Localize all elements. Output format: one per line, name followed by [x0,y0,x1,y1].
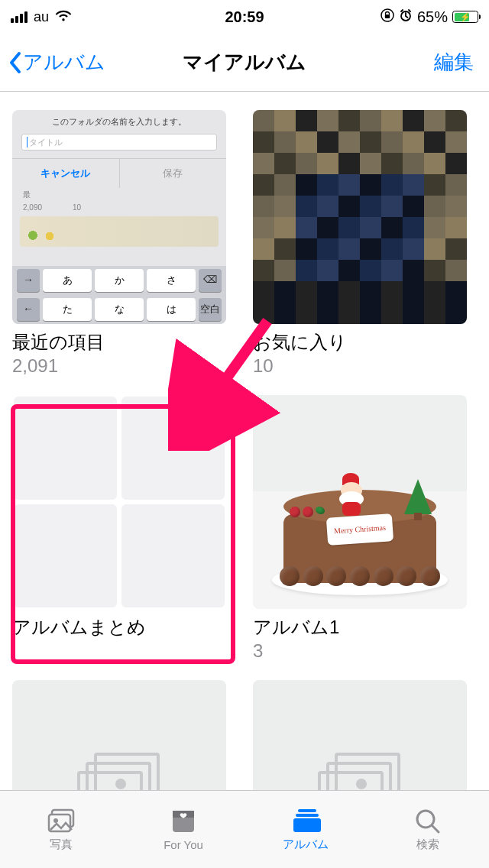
album-1[interactable]: Merry Christmas アルバム1 3 [253,395,477,662]
cellular-signal-icon [11,11,28,23]
battery-icon: ⚡ [452,11,478,23]
svg-rect-1 [385,15,390,18]
svg-rect-9 [298,809,316,812]
photo-stack-icon [77,753,161,790]
status-bar: au 20:59 65% ⚡ [0,0,489,34]
photos-tab-icon [46,807,76,834]
tab-search[interactable]: 検索 [367,791,489,868]
status-time: 20:59 [225,8,264,26]
album-grid[interactable]: このフォルダの名前を入力します。 タイトル キャンセル保存 最 2,09010 … [0,92,489,790]
orientation-lock-icon [381,8,394,26]
album-title: 最近の項目 [12,330,236,354]
wifi-icon [55,8,72,26]
photo-stack-icon [318,753,402,790]
album-count: 10 [253,355,477,377]
chevron-left-icon [8,50,23,75]
svg-line-13 [432,826,439,832]
svg-point-6 [53,818,58,823]
album-thumbnail [12,680,226,790]
back-label: アルバム [23,49,105,76]
edit-button[interactable]: 編集 [434,49,481,76]
album-title: お気に入り [253,330,477,354]
svg-rect-10 [296,814,319,817]
page-title: マイアルバム [183,49,306,76]
back-button[interactable]: アルバム [8,49,105,76]
battery-percentage: 65% [417,8,448,26]
album-count: 2,091 [12,355,236,377]
svg-point-12 [417,811,434,828]
albums-tab-icon [290,807,321,834]
tab-foryou[interactable]: For You [122,791,244,868]
tab-label: アルバム [283,837,329,852]
tab-label: 検索 [416,837,439,852]
svg-rect-11 [293,818,321,832]
album-placeholder[interactable] [12,680,236,790]
tab-albums[interactable]: アルバム [244,791,367,868]
foryou-tab-icon [168,808,199,835]
album-title: アルバムまとめ [12,615,236,639]
album-thumbnail [253,680,467,790]
carrier-label: au [34,9,49,25]
tab-label: For You [164,838,203,851]
tab-label: 写真 [50,837,73,852]
album-title: アルバム1 [253,615,477,639]
search-tab-icon [413,807,443,834]
album-recents[interactable]: このフォルダの名前を入力します。 タイトル キャンセル保存 最 2,09010 … [12,110,236,377]
album-favorites[interactable]: お気に入り 10 [253,110,477,377]
alarm-icon [399,8,413,26]
navigation-bar: アルバム マイアルバム 編集 [0,34,489,92]
tab-photos[interactable]: 写真 [0,791,122,868]
tab-bar: 写真 For You アルバム 検索 [0,790,489,868]
album-thumbnail [253,110,467,324]
album-count: 3 [253,640,477,662]
album-thumbnail: Merry Christmas [253,395,467,609]
album-thumbnail [12,395,226,609]
album-folder-matome[interactable]: アルバムまとめ [12,395,236,662]
album-placeholder[interactable] [253,680,477,790]
album-thumbnail: このフォルダの名前を入力します。 タイトル キャンセル保存 最 2,09010 … [12,110,226,324]
